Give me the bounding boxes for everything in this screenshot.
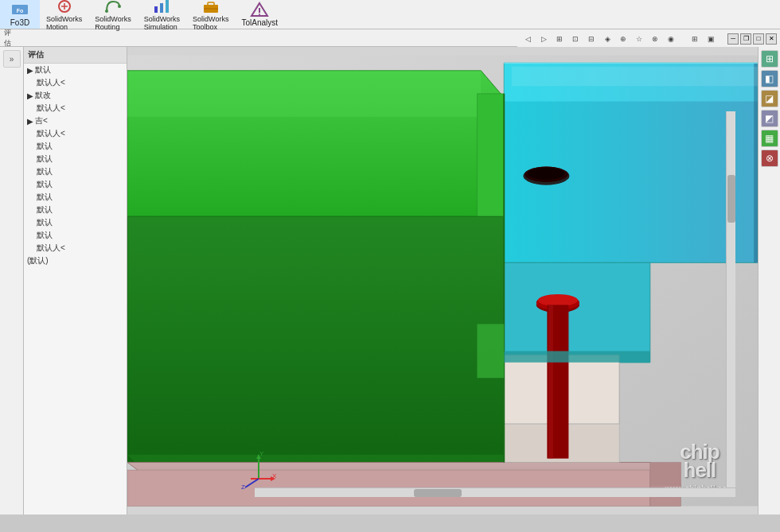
tree-item-11[interactable]: 默认 [24,191,127,204]
menu-item-fo3d[interactable]: Fo Fo3D [0,0,40,29]
svg-marker-42 [650,462,681,485]
tree-item-13[interactable]: 默认 [24,216,127,229]
tree-item-1[interactable]: ▶ 默认 [24,64,127,76]
horizontal-scrollbar[interactable] [255,487,735,497]
nav-icon-1[interactable]: ◁ [521,32,535,46]
right-icon-1[interactable]: ⊞ [761,50,778,68]
svg-point-35 [528,168,564,180]
toolbox-icon [201,0,220,14]
tree-item-10[interactable]: 默认 [24,178,127,191]
svg-marker-21 [504,262,650,363]
nav-icon-9[interactable]: ⊗ [648,32,662,46]
toolbar-evaluate[interactable]: 评估 [3,31,18,45]
tree-expand-icon-2: ▶ [27,91,33,100]
maximize-button[interactable]: □ [753,33,764,45]
svg-rect-7 [166,0,169,13]
menu-item-simulation[interactable]: SolidWorksSimulation [138,0,186,29]
tree-item-4[interactable]: 默认人< [24,102,127,115]
menu-item-tolanalyst[interactable]: TolAnalyst [235,0,284,29]
svg-marker-36 [754,63,758,262]
right-panel: ⊞ ◧ ◪ ◩ ▦ ⊗ [758,47,780,515]
svg-point-13 [259,14,260,15]
nav-icon-5[interactable]: ⊟ [584,32,599,46]
menu-item-toolbox[interactable]: SolidWorksToolbox [186,0,235,29]
svg-text:Fo: Fo [17,8,24,14]
svg-point-30 [538,294,578,306]
motion-icon [55,0,74,14]
simulation-label: SolidWorksSimulation [144,15,180,31]
tree-expand-icon-3: ▶ [27,117,33,126]
svg-rect-9 [208,2,214,6]
v-scroll-thumb[interactable] [727,175,735,223]
svg-marker-43 [512,67,758,86]
motion-label: SolidWorksMotion [46,15,82,31]
menu-item-routing[interactable]: SolidWorksRouting [88,0,137,29]
vertical-scrollbar[interactable] [726,111,735,487]
h-scroll-thumb[interactable] [414,489,462,497]
nav-icon-2[interactable]: ▷ [536,32,551,46]
svg-marker-22 [477,94,504,217]
right-icon-2[interactable]: ◧ [761,70,778,87]
tolanalyst-label: TolAnalyst [241,18,278,27]
window-controls: ◁ ▷ ⊞ ⊡ ⊟ ◈ ⊕ ☆ ⊗ ◉ ⊞ ▣ ─ ❐ □ ✕ [517,30,780,48]
toolbox-label: SolidWorksToolbox [193,15,228,31]
svg-marker-39 [504,351,650,362]
right-icon-3[interactable]: ◪ [761,90,778,107]
tree-item-2[interactable]: 默认人< [24,76,127,89]
svg-rect-6 [160,3,163,13]
tree-item-16[interactable]: (默认) [24,254,127,267]
nav-icon-3[interactable]: ⊞ [552,32,567,46]
nav-icon-7[interactable]: ⊕ [616,32,630,46]
close-button[interactable]: ✕ [766,33,777,45]
svg-marker-17 [127,216,504,462]
3d-scene: Y X Z chip hell www.chiphell.com [127,47,758,515]
menu-bar: Fo Fo3D SolidWorksMotion SolidWorksRouti… [0,0,780,29]
view-icon[interactable]: ▣ [704,32,718,46]
tree-item-12[interactable]: 默认 [24,204,127,216]
right-icon-6[interactable]: ⊗ [761,150,778,167]
nav-icon-4[interactable]: ⊡ [568,32,583,46]
minimize-button[interactable]: ─ [727,33,739,45]
right-icon-5[interactable]: ▦ [761,130,778,147]
grid-icon[interactable]: ⊞ [688,32,702,46]
nav-icon-10[interactable]: ◉ [664,32,678,46]
svg-rect-5 [154,6,158,13]
3d-viewport[interactable]: Y X Z chip hell www.chiphell.com [127,47,758,515]
fo3d-label: Fo3D [10,18,29,27]
tree-item-3[interactable]: ▶ 默改 [24,89,127,102]
routing-label: SolidWorksRouting [95,15,131,31]
routing-icon [103,0,123,14]
main-area: » 评估 ▶ 默认 默认人< ▶ 默改 默认人< ▶ 吉< 默认人< 默认 [0,47,780,515]
feature-tree-header: 评估 [24,47,127,64]
tree-item-8[interactable]: 默认 [24,153,127,165]
nav-icon-6[interactable]: ◈ [600,32,614,46]
tree-expand-icon: ▶ [27,66,33,75]
tree-item-6[interactable]: 默认人< [24,127,127,140]
left-panel-toggle[interactable]: » [3,50,21,68]
left-panel: » [0,47,24,515]
svg-marker-41 [477,324,504,379]
tree-item-5[interactable]: ▶ 吉< [24,115,127,127]
tree-item-7[interactable]: 默认 [24,140,127,153]
right-icon-4[interactable]: ◩ [761,110,778,127]
svg-point-3 [105,10,108,13]
svg-rect-32 [548,305,553,458]
feature-tree-panel: 评估 ▶ 默认 默认人< ▶ 默改 默认人< ▶ 吉< 默认人< 默认 默认 [24,47,127,515]
tree-item-15[interactable]: 默认人< [24,242,127,254]
tolanalyst-icon [250,2,269,17]
tree-item-9[interactable]: 默认 [24,165,127,178]
nav-icon-8[interactable]: ☆ [632,32,646,46]
scene-svg [127,47,758,515]
svg-marker-16 [127,71,481,117]
restore-button[interactable]: ❐ [740,33,751,45]
fo3d-icon: Fo [10,2,29,17]
simulation-icon [152,0,171,14]
menu-item-motion[interactable]: SolidWorksMotion [40,0,88,29]
svg-point-4 [118,5,121,8]
tree-item-14[interactable]: 默认 [24,229,127,242]
